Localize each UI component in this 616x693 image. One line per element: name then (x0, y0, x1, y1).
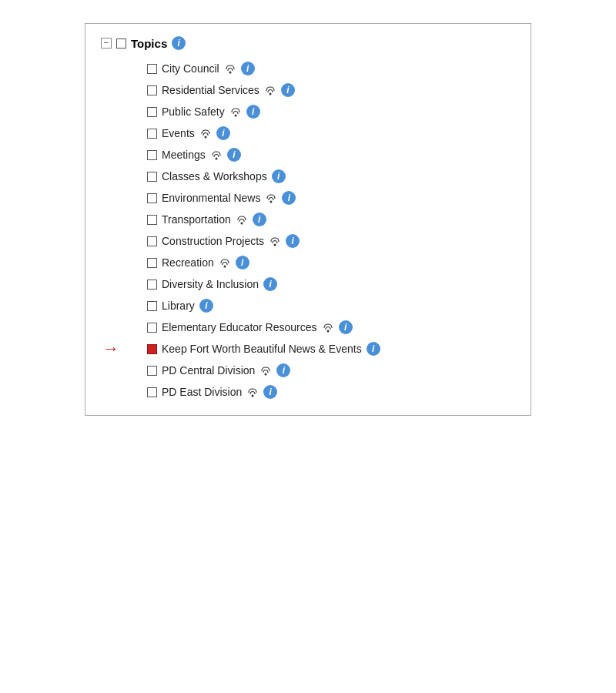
topics-header: − Topics i (101, 36, 515, 50)
checkbox-diversity-inclusion[interactable] (147, 280, 157, 290)
info-icon-recreation[interactable]: i (236, 256, 249, 270)
checkbox-construction-projects[interactable] (147, 236, 157, 246)
checkbox-transportation[interactable] (147, 215, 157, 225)
highlight-arrow: → (102, 339, 119, 359)
label-elementary-educator: Elementary Educator Resources (162, 321, 317, 333)
svg-point-3 (204, 136, 206, 139)
info-icon-classes-workshops[interactable]: i (272, 169, 286, 183)
label-city-council: City Council (162, 62, 219, 75)
list-item-environmental-news: Environmental News i (147, 187, 515, 209)
checkbox-elementary-educator[interactable] (147, 323, 157, 333)
label-diversity-inclusion: Diversity & Inclusion (162, 278, 259, 290)
list-item-construction-projects: Construction Projects i (147, 230, 515, 252)
rss-icon-city-council[interactable] (224, 62, 236, 75)
label-meetings: Meetings (162, 149, 206, 161)
checkbox-environmental-news[interactable] (147, 193, 157, 203)
rss-icon-recreation[interactable] (219, 256, 231, 269)
label-events: Events (162, 127, 195, 139)
svg-point-11 (252, 395, 254, 397)
svg-point-9 (326, 330, 329, 333)
info-icon-public-safety[interactable]: i (246, 105, 260, 119)
svg-point-5 (270, 201, 273, 203)
list-item-pd-east: PD East Division i (147, 381, 515, 403)
svg-point-10 (265, 373, 267, 376)
svg-point-2 (234, 115, 236, 117)
checkbox-meetings[interactable] (147, 150, 157, 160)
collapse-button[interactable]: − (101, 38, 112, 49)
info-icon-library[interactable]: i (199, 299, 213, 313)
list-item-public-safety: Public Safety i (147, 101, 515, 122)
list-item-classes-workshops: Classes & Workshopsi (147, 166, 515, 187)
checkbox-public-safety[interactable] (147, 107, 157, 117)
svg-point-0 (229, 72, 231, 74)
label-keep-fort-worth: Keep Fort Worth Beautiful News & Events (162, 343, 362, 355)
rss-icon-public-safety[interactable] (229, 105, 242, 118)
info-icon-environmental-news[interactable]: i (282, 191, 296, 205)
list-item-recreation: Recreation i (147, 252, 515, 273)
svg-point-6 (240, 223, 243, 225)
topics-info-icon[interactable]: i (172, 36, 186, 50)
rss-icon-residential-services[interactable] (264, 84, 276, 96)
label-pd-east: PD East Division (162, 386, 242, 398)
svg-point-4 (215, 158, 217, 160)
list-item-pd-central: PD Central Division i (147, 360, 515, 381)
list-item-keep-fort-worth: →Keep Fort Worth Beautiful News & Events… (147, 338, 515, 360)
rss-icon-meetings[interactable] (210, 149, 223, 161)
checkbox-classes-workshops[interactable] (147, 172, 157, 182)
info-icon-pd-east[interactable]: i (263, 385, 277, 399)
label-construction-projects: Construction Projects (162, 235, 264, 247)
topics-label: Topics (131, 37, 167, 50)
checkbox-events[interactable] (147, 129, 157, 139)
list-item-events: Events i (147, 122, 515, 144)
list-item-transportation: Transportation i (147, 209, 515, 230)
rss-icon-construction-projects[interactable] (269, 235, 281, 247)
label-public-safety: Public Safety (162, 105, 225, 118)
info-icon-events[interactable]: i (216, 126, 230, 140)
rss-icon-events[interactable] (199, 127, 212, 139)
svg-point-8 (223, 266, 226, 268)
info-icon-meetings[interactable]: i (227, 148, 241, 162)
info-icon-construction-projects[interactable]: i (286, 234, 300, 248)
checkbox-recreation[interactable] (147, 258, 157, 268)
info-icon-transportation[interactable]: i (253, 213, 266, 226)
svg-point-1 (269, 93, 271, 95)
label-library: Library (162, 300, 195, 312)
label-pd-central: PD Central Division (162, 364, 255, 377)
info-icon-elementary-educator[interactable]: i (339, 320, 353, 334)
red-arrow-icon: → (102, 339, 119, 359)
rss-icon-pd-central[interactable] (259, 364, 272, 377)
list-item-meetings: Meetings i (147, 144, 515, 166)
label-recreation: Recreation (162, 256, 214, 269)
info-icon-city-council[interactable]: i (241, 62, 255, 75)
list-item-library: Libraryi (147, 295, 515, 316)
svg-point-7 (274, 244, 276, 246)
label-environmental-news: Environmental News (162, 192, 260, 204)
checkbox-library[interactable] (147, 301, 157, 311)
checkbox-city-council[interactable] (147, 64, 157, 74)
info-icon-keep-fort-worth[interactable]: i (367, 342, 380, 356)
list-item-city-council: City Council i (147, 58, 515, 79)
rss-icon-transportation[interactable] (236, 213, 248, 226)
list-item-residential-services: Residential Services i (147, 79, 515, 101)
rss-icon-environmental-news[interactable] (265, 192, 277, 204)
label-transportation: Transportation (162, 213, 231, 226)
list-item-diversity-inclusion: Diversity & Inclusioni (147, 273, 515, 295)
checkbox-pd-central[interactable] (147, 366, 157, 376)
info-icon-pd-central[interactable]: i (276, 363, 290, 377)
rss-icon-elementary-educator[interactable] (322, 321, 334, 333)
topics-list: City Council iResidential Services iPubl… (101, 58, 515, 403)
checkbox-pd-east[interactable] (147, 387, 157, 397)
topics-container: − Topics i City Council iResidential Ser… (85, 23, 531, 416)
topics-checkbox[interactable] (116, 38, 126, 49)
label-residential-services: Residential Services (162, 84, 259, 96)
checkbox-residential-services[interactable] (147, 85, 157, 95)
info-icon-diversity-inclusion[interactable]: i (263, 277, 277, 291)
rss-icon-pd-east[interactable] (246, 386, 259, 398)
list-item-elementary-educator: Elementary Educator Resources i (147, 316, 515, 338)
label-classes-workshops: Classes & Workshops (162, 170, 267, 182)
checkbox-keep-fort-worth[interactable] (147, 344, 157, 354)
info-icon-residential-services[interactable]: i (281, 83, 295, 97)
